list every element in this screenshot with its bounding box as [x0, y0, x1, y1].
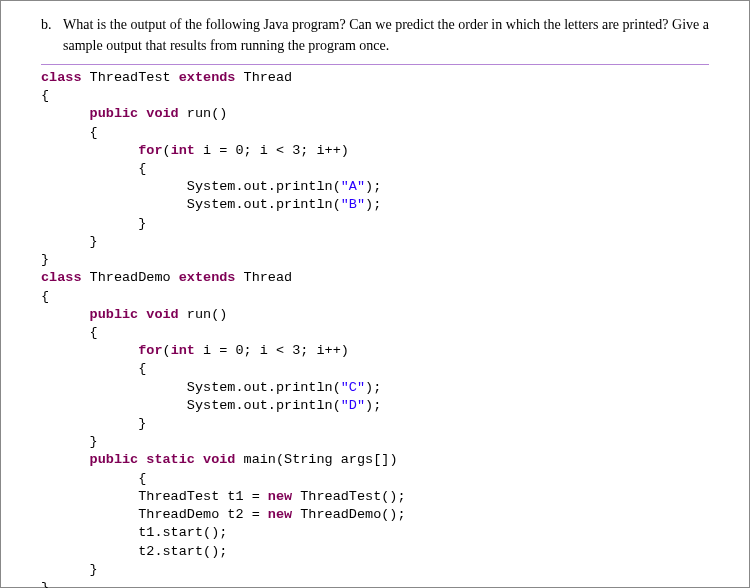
- indent: [41, 106, 90, 121]
- stmt: ThreadTest t1 =: [138, 489, 268, 504]
- ctor: ThreadTest();: [292, 489, 405, 504]
- indent: [41, 507, 138, 522]
- kw-static: static: [138, 452, 195, 467]
- kw-for: for: [138, 343, 162, 358]
- document-page: b. What is the output of the following J…: [0, 0, 750, 588]
- kw-void: void: [138, 307, 179, 322]
- brace: {: [41, 125, 98, 140]
- ctor: ThreadDemo();: [292, 507, 405, 522]
- brace: }: [41, 562, 98, 577]
- indent: [41, 489, 138, 504]
- kw-class: class: [41, 70, 82, 85]
- brace: {: [41, 161, 146, 176]
- kw-public: public: [90, 106, 139, 121]
- brace: {: [41, 471, 146, 486]
- code-top-border: [41, 64, 709, 65]
- method-name: run(): [179, 307, 228, 322]
- method-name: main(String args[]): [235, 452, 397, 467]
- for-rest: i = 0; i < 3; i++): [195, 343, 349, 358]
- kw-int: int: [171, 343, 195, 358]
- brace: }: [41, 580, 49, 588]
- kw-int: int: [171, 143, 195, 158]
- semi: );: [365, 179, 381, 194]
- string-literal: "A": [341, 179, 365, 194]
- for-rest: i = 0; i < 3; i++): [195, 143, 349, 158]
- brace: }: [41, 252, 49, 267]
- indent: [41, 452, 90, 467]
- cls-name: Thread: [235, 270, 292, 285]
- semi: );: [365, 380, 381, 395]
- indent: [41, 307, 90, 322]
- kw-extends: extends: [179, 270, 236, 285]
- kw-extends: extends: [179, 70, 236, 85]
- indent: [41, 525, 138, 540]
- sys-call: System.out.println(: [187, 398, 341, 413]
- kw-for: for: [138, 143, 162, 158]
- question-block: b. What is the output of the following J…: [41, 15, 709, 56]
- semi: );: [365, 398, 381, 413]
- indent: [41, 343, 138, 358]
- code-listing: class ThreadTest extends Thread { public…: [41, 67, 709, 588]
- question-text: What is the output of the following Java…: [63, 15, 709, 56]
- sys-call: System.out.println(: [187, 380, 341, 395]
- brace: }: [41, 216, 146, 231]
- method-name: run(): [179, 106, 228, 121]
- kw-class: class: [41, 270, 82, 285]
- kw-void: void: [195, 452, 236, 467]
- indent: [41, 197, 187, 212]
- stmt: ThreadDemo t2 =: [138, 507, 268, 522]
- kw-new: new: [268, 489, 292, 504]
- kw-public: public: [90, 307, 139, 322]
- sys-call: System.out.println(: [187, 197, 341, 212]
- kw-void: void: [138, 106, 179, 121]
- paren: (: [163, 343, 171, 358]
- semi: );: [365, 197, 381, 212]
- question-label: b.: [41, 15, 59, 35]
- indent: [41, 398, 187, 413]
- cls-name: Thread: [235, 70, 292, 85]
- kw-public: public: [90, 452, 139, 467]
- indent: [41, 179, 187, 194]
- string-literal: "C": [341, 380, 365, 395]
- string-literal: "B": [341, 197, 365, 212]
- indent: [41, 380, 187, 395]
- indent: [41, 544, 138, 559]
- brace: {: [41, 325, 98, 340]
- kw-new: new: [268, 507, 292, 522]
- cls-name: ThreadDemo: [82, 270, 179, 285]
- brace: }: [41, 234, 98, 249]
- brace: }: [41, 416, 146, 431]
- brace: }: [41, 434, 98, 449]
- brace: {: [41, 88, 49, 103]
- brace: {: [41, 361, 146, 376]
- indent: [41, 143, 138, 158]
- cls-name: ThreadTest: [82, 70, 179, 85]
- stmt: t2.start();: [138, 544, 227, 559]
- stmt: t1.start();: [138, 525, 227, 540]
- sys-call: System.out.println(: [187, 179, 341, 194]
- string-literal: "D": [341, 398, 365, 413]
- paren: (: [163, 143, 171, 158]
- brace: {: [41, 289, 49, 304]
